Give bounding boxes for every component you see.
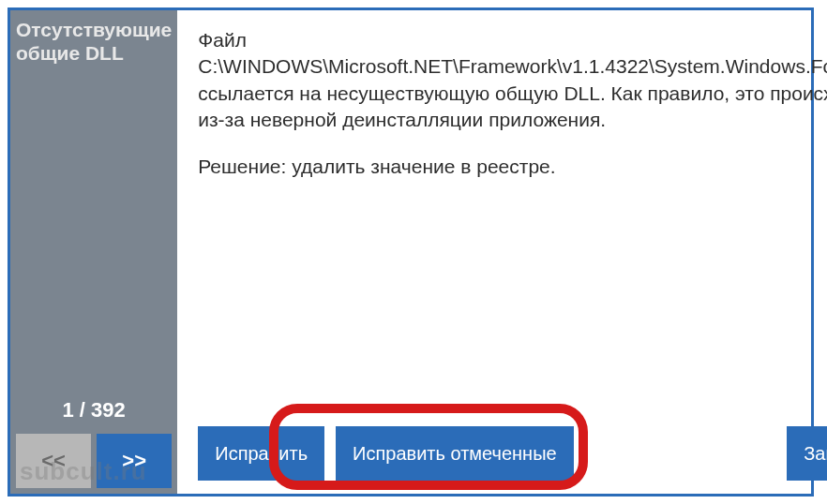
content-text: Файл C:\WINDOWS\Microsoft.NET\Framework\… bbox=[198, 27, 827, 178]
issue-description: Файл C:\WINDOWS\Microsoft.NET\Framework\… bbox=[198, 27, 827, 133]
nav-row: << >> bbox=[16, 434, 172, 488]
issue-counter: 1 / 392 bbox=[16, 398, 172, 422]
issue-solution: Решение: удалить значение в реестре. bbox=[198, 156, 827, 178]
dialog-window: Отсутствующие общие DLL 1 / 392 << >> Фа… bbox=[8, 7, 814, 497]
next-button[interactable]: >> bbox=[97, 434, 172, 488]
sidebar-title: Отсутствующие общие DLL bbox=[16, 18, 172, 65]
fix-selected-button[interactable]: Исправить отмеченные bbox=[336, 426, 574, 481]
close-button[interactable]: Закрыть bbox=[787, 426, 827, 481]
content-pane: Файл C:\WINDOWS\Microsoft.NET\Framework\… bbox=[177, 10, 827, 494]
sidebar: Отсутствующие общие DLL 1 / 392 << >> bbox=[10, 10, 177, 494]
fix-button[interactable]: Исправить bbox=[198, 426, 324, 481]
prev-button[interactable]: << bbox=[16, 434, 91, 488]
sidebar-bottom: 1 / 392 << >> bbox=[16, 398, 172, 488]
button-row: Исправить Исправить отмеченные Закрыть bbox=[198, 426, 827, 484]
